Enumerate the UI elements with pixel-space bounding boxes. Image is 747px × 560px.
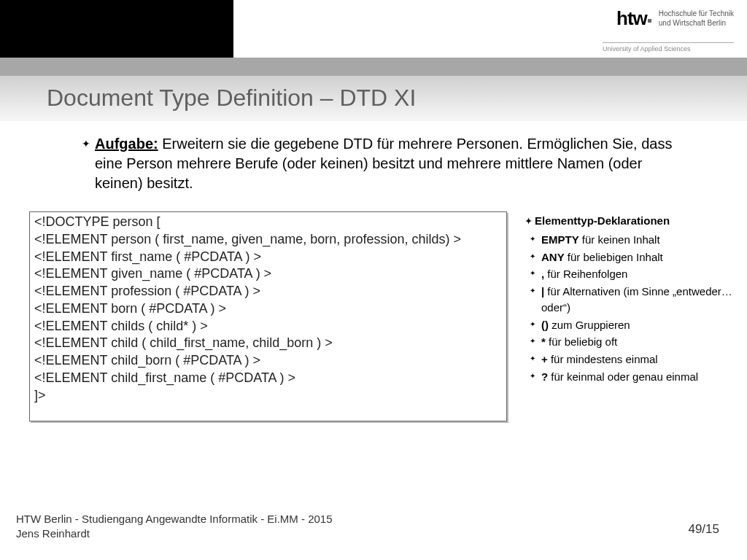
bullet-icon: ✦ [82, 137, 90, 151]
title-area: Document Type Definition – DTD XI [0, 76, 747, 121]
footer-line2: Jens Reinhardt [16, 526, 333, 541]
code-line: ]> [34, 387, 502, 405]
bullet-icon: ✦ [525, 217, 532, 225]
task-label: Aufgabe: [95, 136, 158, 152]
logo-mark: htw [616, 7, 651, 30]
code-line: <!ELEMENT child ( child_first_name, chil… [34, 335, 502, 352]
logo-line2: und Wirtschaft Berlin [659, 18, 734, 28]
logo-dot-icon [648, 19, 651, 23]
task-paragraph: ✦ Aufgabe: Erweitern sie die gegebene DT… [95, 134, 693, 193]
decl-item: () zum Gruppieren [541, 317, 737, 333]
decl-item: , für Reihenfolgen [541, 266, 737, 282]
declarations-list: EMPTY für keinen Inhalt ANY für beliebig… [525, 232, 737, 385]
page-title: Document Type Definition – DTD XI [47, 85, 416, 112]
decl-item: ANY für beliebigen Inhalt [541, 249, 737, 265]
code-line: <!ELEMENT first_name ( #PCDATA ) > [34, 249, 502, 266]
decl-item: | für Alternativen (im Sinne „entweder…o… [541, 284, 737, 316]
dtd-code-box: <!DOCTYPE person [ <!ELEMENT person ( fi… [29, 211, 507, 421]
decl-item: EMPTY für keinen Inhalt [541, 232, 737, 248]
logo-text: Hochschule für Technik und Wirtschaft Be… [659, 7, 734, 28]
logo-line1: Hochschule für Technik [659, 9, 734, 18]
footer-left: HTW Berlin - Studiengang Angewandte Info… [16, 512, 333, 542]
decl-item: + für mindestens einmal [541, 351, 737, 368]
logo-subtitle: University of Applied Sciences [603, 45, 734, 52]
footer-line1: HTW Berlin - Studiengang Angewandte Info… [16, 512, 333, 526]
code-line: <!DOCTYPE person [ [34, 214, 502, 231]
slide-page: htw Hochschule für Technik und Wirtschaf… [0, 0, 747, 560]
code-line: <!ELEMENT child_born ( #PCDATA ) > [34, 352, 502, 370]
code-line: <!ELEMENT child_first_name ( #PCDATA ) > [34, 370, 502, 387]
code-line: <!ELEMENT person ( first_name, given_nam… [34, 231, 502, 249]
task-body: Erweitern sie die gegebene DTD für mehre… [95, 136, 672, 191]
logo: htw Hochschule für Technik und Wirtschaf… [616, 7, 734, 30]
declarations-block: ✦Elementtyp-Deklarationen EMPTY für kein… [525, 213, 737, 386]
logo-divider [603, 42, 734, 43]
code-line: <!ELEMENT childs ( child* ) > [34, 318, 502, 335]
declarations-heading: ✦Elementtyp-Deklarationen [525, 213, 737, 229]
code-line: <!ELEMENT born ( #PCDATA ) > [34, 300, 502, 318]
decl-item: * für beliebig oft [541, 334, 737, 350]
code-line: <!ELEMENT profession ( #PCDATA ) > [34, 283, 502, 300]
decl-item: ? für keinmal oder genau einmal [541, 369, 737, 385]
top-black-band [0, 0, 233, 58]
page-number: 49/15 [688, 522, 719, 537]
code-line: <!ELEMENT given_name ( #PCDATA ) > [34, 265, 502, 283]
